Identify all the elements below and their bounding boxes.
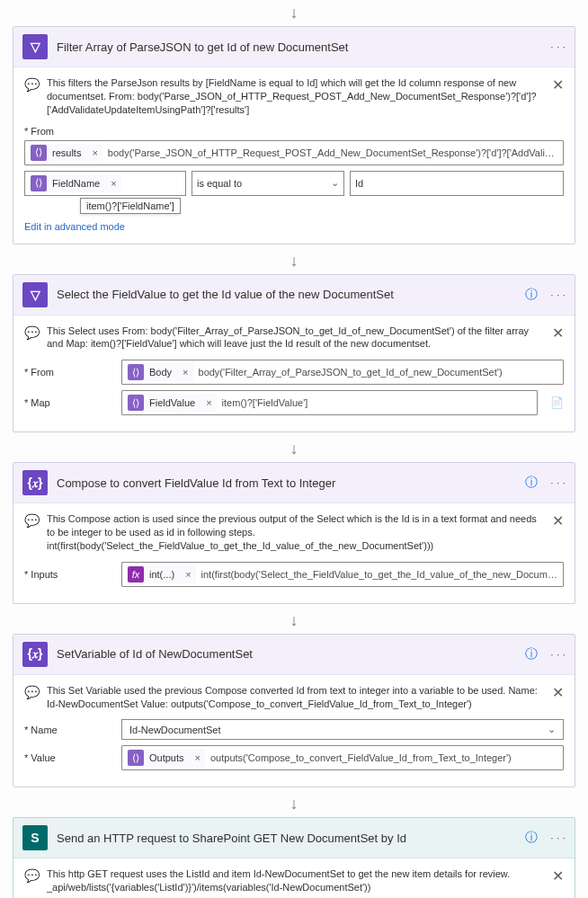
more-icon[interactable]: · · · [550, 476, 566, 489]
name-select[interactable]: Id-NewDocumentSet ⌄ [121, 719, 564, 740]
more-icon[interactable]: · · · [550, 648, 566, 661]
flow-arrow: ↓ [0, 252, 588, 271]
map-input[interactable]: ⟨⟩ FieldValue × item()?['FieldValue'] [121, 390, 538, 415]
inputs-label: Inputs [24, 569, 114, 580]
dynamic-content-icon: ⟨⟩ [128, 750, 144, 766]
token-label: Body [147, 367, 175, 378]
token-remove-icon[interactable]: × [88, 147, 101, 158]
token-remove-icon[interactable]: × [107, 178, 120, 189]
compose-icon: {𝑥} [22, 470, 48, 495]
expression-tooltip: item()?['FieldName'] [80, 198, 181, 214]
condition-left[interactable]: ⟨⟩ FieldName × [24, 171, 186, 196]
flow-arrow: ↓ [0, 440, 588, 458]
dynamic-content-icon: ⟨⟩ [31, 145, 47, 161]
token-remove-icon[interactable]: × [192, 752, 204, 763]
token-body[interactable]: ⟨⟩ Body × [127, 363, 193, 381]
token-outputs[interactable]: ⟨⟩ Outputs × [127, 749, 205, 767]
card-header[interactable]: ▽ Filter Array of ParseJSON to get Id of… [13, 27, 575, 67]
condition-row: ⟨⟩ FieldName × is equal to ⌄ Id [24, 171, 564, 196]
more-icon[interactable]: · · · [550, 40, 566, 53]
more-icon[interactable]: · · · [550, 831, 566, 844]
flow-arrow: ↓ [0, 795, 588, 814]
action-http-sharepoint: S Send an HTTP request to SharePoint GET… [13, 817, 575, 898]
close-icon[interactable]: ✕ [552, 684, 564, 701]
card-title: Send an HTTP request to SharePoint GET N… [57, 831, 525, 845]
token-remove-icon[interactable]: × [202, 397, 215, 408]
dynamic-content-icon: ⟨⟩ [31, 175, 47, 191]
comment-text: This Compose action is used since the pr… [47, 512, 545, 553]
variable-icon: {𝑥} [22, 642, 48, 667]
condition-value: Id [355, 178, 363, 189]
comment-icon: 💬 [24, 868, 40, 883]
flow-arrow: ↓ [0, 4, 588, 22]
token-label: Outputs [147, 752, 188, 763]
token-fieldvalue[interactable]: ⟨⟩ FieldValue × [127, 394, 217, 412]
from-expression: body('Filter_Array_of_ParseJSON_to_get_I… [199, 367, 503, 378]
sharepoint-icon: S [22, 825, 48, 850]
name-label: Name [24, 725, 114, 735]
comment-text: This Set Variable used the previous Comp… [47, 684, 545, 711]
comment-text: This http GET request uses the ListId an… [47, 867, 545, 894]
card-header[interactable]: S Send an HTTP request to SharePoint GET… [13, 818, 575, 858]
help-icon[interactable]: ⓘ [525, 287, 538, 303]
map-label: Map [24, 397, 114, 408]
card-header[interactable]: ▽ Select the FieldValue to get the Id va… [13, 275, 575, 316]
action-set-variable: {𝑥} SetVariable of Id of NewDocumentSet … [13, 634, 575, 788]
token-label: results [50, 147, 85, 158]
value-expression: outputs('Compose_to_convert_FieldValue_I… [210, 752, 512, 763]
close-icon[interactable]: ✕ [552, 76, 564, 93]
card-title: Filter Array of ParseJSON to get Id of n… [57, 40, 550, 54]
condition-right[interactable]: Id [350, 171, 564, 196]
comment-icon: 💬 [24, 685, 40, 699]
from-label: From [24, 367, 114, 378]
chevron-down-icon: ⌄ [331, 177, 339, 189]
token-remove-icon[interactable]: × [179, 367, 192, 378]
from-expression: body('Parse_JSON_of_HTTP_Request_POST_Ad… [108, 147, 558, 158]
comment-text: This filters the ParseJson results by [F… [47, 76, 545, 117]
dynamic-content-icon: ⟨⟩ [128, 395, 144, 411]
card-title: Select the FieldValue to get the Id valu… [57, 288, 525, 301]
condition-operator[interactable]: is equal to ⌄ [192, 171, 344, 196]
token-remove-icon[interactable]: × [182, 569, 194, 580]
from-label: From [24, 126, 114, 137]
more-icon[interactable]: · · · [550, 289, 566, 301]
from-input[interactable]: ⟨⟩ Body × body('Filter_Array_of_ParseJSO… [121, 360, 564, 385]
fx-icon: fx [128, 566, 144, 582]
card-title: Compose to convert FieldValue Id from Te… [57, 476, 525, 490]
map-expression: item()?['FieldValue'] [222, 397, 308, 408]
inputs-input[interactable]: fx int(...) × int(first(body('Select_the… [121, 562, 564, 587]
token-label: FieldName [50, 178, 103, 189]
token-label: FieldValue [147, 397, 199, 408]
token-expression[interactable]: fx int(...) × [127, 565, 196, 583]
chevron-down-icon: ⌄ [548, 724, 556, 735]
filter-icon: ▽ [22, 34, 48, 59]
comment-icon: 💬 [24, 325, 40, 340]
switch-mode-icon[interactable]: 📄 [550, 396, 564, 409]
help-icon[interactable]: ⓘ [525, 830, 538, 846]
value-input[interactable]: ⟨⟩ Outputs × outputs('Compose_to_convert… [121, 745, 564, 770]
action-compose: {𝑥} Compose to convert FieldValue Id fro… [13, 462, 575, 604]
token-results[interactable]: ⟨⟩ results × [30, 144, 102, 162]
select-icon: ▽ [22, 282, 48, 307]
dynamic-content-icon: ⟨⟩ [128, 364, 144, 380]
from-input[interactable]: ⟨⟩ results × body('Parse_JSON_of_HTTP_Re… [24, 140, 564, 165]
close-icon[interactable]: ✕ [552, 512, 564, 529]
operator-label: is equal to [197, 178, 242, 189]
card-header[interactable]: {𝑥} SetVariable of Id of NewDocumentSet … [13, 635, 575, 675]
help-icon[interactable]: ⓘ [525, 475, 538, 491]
action-filter-array: ▽ Filter Array of ParseJSON to get Id of… [13, 26, 575, 245]
name-value: Id-NewDocumentSet [129, 725, 221, 735]
token-label: int(...) [147, 569, 178, 580]
comment-icon: 💬 [24, 513, 40, 528]
help-icon[interactable]: ⓘ [525, 646, 538, 662]
close-icon[interactable]: ✕ [552, 325, 564, 342]
comment-text: This Select uses From: body('Filter_Arra… [47, 325, 545, 351]
card-title: SetVariable of Id of NewDocumentSet [57, 647, 525, 661]
card-header[interactable]: {𝑥} Compose to convert FieldValue Id fro… [13, 463, 575, 503]
flow-arrow: ↓ [0, 611, 588, 630]
comment-icon: 💬 [24, 77, 40, 92]
token-fieldname[interactable]: ⟨⟩ FieldName × [30, 174, 121, 192]
inputs-expression: int(first(body('Select_the_FieldValue_to… [201, 569, 558, 580]
advanced-mode-link[interactable]: Edit in advanced mode [24, 221, 125, 232]
close-icon[interactable]: ✕ [552, 867, 564, 885]
